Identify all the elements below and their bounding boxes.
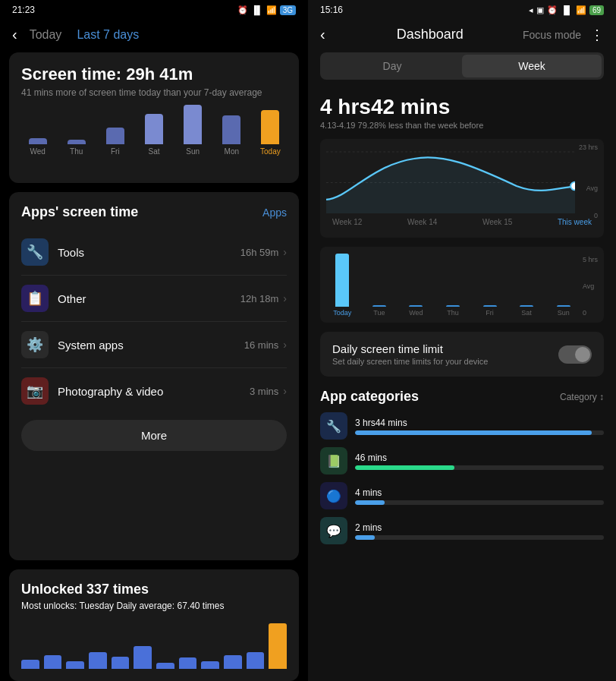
- status-bar-left: 21:23 ⏰ ▐▌ 📶 3G: [0, 0, 308, 20]
- wifi-icon: 📶: [266, 5, 277, 15]
- nav-header-right: ‹ Dashboard Focus mode ⋮: [308, 20, 616, 52]
- system-icon: ⚙️: [21, 331, 49, 358]
- cat-bar-bg-4: [355, 535, 604, 540]
- cat-time-1: 3 hrs44 mins: [355, 418, 604, 428]
- tools-icon: 🔧: [21, 238, 49, 266]
- line-chart-svg: [326, 145, 575, 213]
- apps-link[interactable]: Apps: [262, 207, 287, 219]
- daily-limit-toggle[interactable]: [558, 345, 592, 364]
- week-bar-sun: Sun: [547, 305, 580, 317]
- daily-limit-card: Daily screen time limit Set daily screen…: [320, 332, 604, 377]
- cat-item-1[interactable]: 🔧 3 hrs44 mins: [320, 412, 604, 440]
- week-y-label-zero: 0: [583, 309, 598, 317]
- week-bar-chart: Today Tue Wed Thu Fri Sat: [320, 247, 604, 323]
- week-bar-thu-label: Thu: [447, 309, 459, 317]
- app-categories-section: App categories Category ↕ 🔧 3 hrs44 mins…: [308, 383, 616, 681]
- time-right: 15:16: [320, 5, 343, 15]
- back-button-right[interactable]: ‹: [320, 26, 325, 43]
- tab-today[interactable]: Today: [30, 28, 62, 42]
- focus-mode-link[interactable]: Focus mode: [523, 29, 581, 41]
- alarm-icon: ⏰: [237, 5, 248, 15]
- cat-bar-fill-2: [355, 465, 454, 470]
- cat-info-3: 4 mins: [355, 487, 604, 505]
- week-chart-right-labels: 5 hrs Avg 0: [580, 256, 598, 317]
- cat-item-4[interactable]: 💬 2 mins: [320, 517, 604, 544]
- bar-wed-fill: [29, 138, 47, 144]
- tab-week[interactable]: Week: [462, 55, 602, 77]
- video-icon: ▣: [536, 5, 544, 15]
- ubar-10: [224, 655, 242, 669]
- most-unlocks-prefix: Most unlocks:: [21, 601, 79, 611]
- bar-today-label: Today: [260, 147, 281, 156]
- ubar-1: [21, 660, 39, 669]
- week-bar-wed-label: Wed: [409, 309, 423, 317]
- system-chevron: ›: [283, 339, 287, 351]
- cat-icon-4: 💬: [320, 517, 347, 544]
- week-bar-tue: Tue: [363, 305, 396, 317]
- day-week-tabs: Day Week: [320, 52, 604, 80]
- categories-title: App categories: [320, 389, 419, 405]
- back-button-left[interactable]: ‹: [12, 26, 17, 43]
- cat-time-3: 4 mins: [355, 487, 604, 498]
- more-menu-button[interactable]: ⋮: [590, 27, 604, 43]
- cat-icon-2: 📗: [320, 447, 347, 474]
- ubar-2: [44, 655, 62, 669]
- y-label-avg: Avg: [586, 184, 598, 192]
- week-bar-wed: Wed: [400, 305, 432, 317]
- week-bar-fri-label: Fri: [486, 309, 494, 317]
- unlock-bar-chart: [21, 623, 287, 669]
- tools-chevron: ›: [283, 246, 287, 258]
- network-icon: 3G: [280, 5, 296, 15]
- bar-mon: Mon: [215, 115, 248, 156]
- status-icons-left: ⏰ ▐▌ 📶 3G: [237, 5, 296, 15]
- ubar-3: [66, 661, 84, 669]
- line-chart: 23 hrs Avg 0 Week 12 Week 14 Week 15 Thi…: [320, 139, 604, 238]
- other-name: Other: [58, 292, 240, 305]
- y-label-top: 23 hrs: [579, 143, 598, 151]
- bar-sun-fill: [184, 105, 202, 144]
- week-bar-sat-label: Sat: [521, 309, 532, 317]
- tab-day[interactable]: Day: [322, 55, 462, 77]
- wifi-icon-right: 📶: [576, 5, 586, 15]
- system-name: System apps: [58, 339, 244, 352]
- ubar-6: [134, 646, 152, 669]
- bar-thu: Thu: [60, 140, 93, 156]
- app-item-other[interactable]: 📋 Other 12h 18m ›: [21, 276, 287, 322]
- svg-point-2: [570, 182, 575, 191]
- photo-icon: 📷: [21, 377, 49, 405]
- week-bar-sun-fill: [557, 305, 570, 307]
- cat-item-3[interactable]: 🔵 4 mins: [320, 482, 604, 509]
- ubar-11: [247, 652, 265, 669]
- bar-sun-label: Sun: [186, 147, 200, 156]
- bar-sat-label: Sat: [148, 147, 159, 156]
- week-bar-tue-fill: [372, 305, 386, 307]
- nav-header-left: ‹ Today Last 7 days: [0, 20, 308, 52]
- signal-icon-right: ▐▌: [561, 5, 573, 14]
- photo-chevron: ›: [283, 385, 287, 397]
- photo-name: Photography & video: [58, 385, 250, 398]
- category-sort[interactable]: Category ↕: [560, 392, 604, 402]
- app-item-photo[interactable]: 📷 Photography & video 3 mins ›: [21, 368, 287, 414]
- y-label-zero: 0: [594, 212, 598, 219]
- week-bar-tue-label: Tue: [373, 309, 385, 317]
- right-panel: 15:16 ◂ ▣ ⏰ ▐▌ 📶 69 ‹ Dashboard Focus mo…: [308, 0, 616, 681]
- cat-bar-bg-3: [355, 500, 604, 505]
- unlocked-card: Unlocked 337 times Most unlocks: Tuesday…: [9, 569, 299, 681]
- cat-time-2: 46 mins: [355, 452, 604, 463]
- time-left: 21:23: [12, 5, 35, 15]
- daily-avg-value: 67.40 times: [177, 601, 224, 611]
- bar-mon-fill: [222, 115, 240, 144]
- week-bar-sat: Sat: [511, 305, 543, 317]
- toggle-dot: [575, 347, 590, 362]
- more-button[interactable]: More: [21, 420, 287, 451]
- cat-item-2[interactable]: 📗 46 mins: [320, 447, 604, 474]
- bar-sat: Sat: [137, 114, 170, 156]
- app-item-tools[interactable]: 🔧 Tools 16h 59m ›: [21, 229, 287, 276]
- daily-limit-title: Daily screen time limit: [332, 342, 558, 355]
- week-bar-today-label: Today: [333, 309, 351, 317]
- app-item-system[interactable]: ⚙️ System apps 16 mins ›: [21, 322, 287, 368]
- apps-section: Apps' screen time Apps 🔧 Tools 16h 59m ›…: [9, 192, 299, 560]
- bar-wed-label: Wed: [30, 147, 45, 156]
- tab-last7[interactable]: Last 7 days: [77, 28, 139, 42]
- ubar-9: [201, 661, 219, 669]
